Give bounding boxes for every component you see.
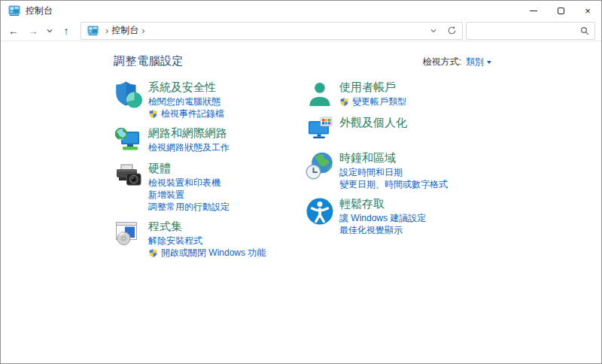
control-panel-home: 調整電腦設定 檢視方式: 類別	[1, 41, 601, 363]
page-title: 調整電腦設定	[114, 54, 184, 68]
search-box	[466, 22, 595, 40]
category-title-appearance-personalization[interactable]: 外觀及個人化	[339, 115, 407, 129]
task-link-view-devices-printers[interactable]: 檢視裝置和印表機	[148, 177, 220, 189]
navigation-toolbar: ← → ↑ › 控制台 ›	[1, 20, 601, 41]
category-title-network-internet[interactable]: 網路和網際網路	[148, 126, 227, 140]
task-link-turn-windows-features[interactable]: 開啟或關閉 Windows 功能	[161, 247, 266, 259]
title-bar: 控制台 ×	[1, 1, 601, 20]
task-link-change-account-type[interactable]: 變更帳戶類型	[352, 96, 406, 108]
close-button[interactable]: ×	[574, 1, 601, 20]
breadcrumb-separator: ›	[105, 26, 108, 35]
task-link-change-date-time-number-formats[interactable]: 變更日期、時間或數字格式	[339, 179, 448, 190]
category-title-system-security[interactable]: 系統及安全性	[148, 80, 216, 94]
appearance-personalization-icon[interactable]	[305, 115, 335, 145]
category-clock-region: 時鐘和區域 設定時間和日期 變更日期、時間或數字格式	[305, 150, 491, 191]
task-link-view-event-logs[interactable]: 檢視事件記錄檔	[161, 108, 224, 120]
task-link-adjust-mobility-settings[interactable]: 調整常用的行動設定	[148, 202, 230, 213]
system-security-icon[interactable]	[114, 80, 144, 110]
recent-locations-button[interactable]	[43, 22, 56, 40]
window-controls: ×	[520, 1, 601, 20]
refresh-button[interactable]	[442, 23, 461, 39]
category-title-ease-of-access[interactable]: 輕鬆存取	[339, 196, 385, 211]
user-accounts-icon[interactable]	[305, 80, 335, 110]
uac-shield-icon	[148, 248, 158, 258]
network-internet-icon[interactable]	[114, 126, 144, 156]
view-by-control: 檢視方式: 類別	[423, 56, 491, 68]
close-icon: ×	[585, 6, 591, 16]
category-hardware: 硬體 檢視裝置和印表機 新增裝置 調整常用的行動設定	[114, 161, 305, 214]
chevron-down-icon	[46, 27, 53, 35]
maximize-icon	[558, 8, 564, 14]
uac-shield-icon	[339, 97, 349, 107]
previous-locations-button[interactable]	[424, 23, 442, 39]
task-link-optimize-visual-display[interactable]: 最佳化視覺顯示	[339, 225, 403, 236]
window-title: 控制台	[26, 5, 53, 17]
task-link-uninstall-program[interactable]: 解除安裝程式	[148, 235, 202, 247]
up-button[interactable]: ↑	[56, 22, 76, 40]
back-button[interactable]: ←	[4, 22, 23, 40]
control-panel-icon	[8, 5, 20, 17]
ease-of-access-icon[interactable]	[305, 196, 335, 226]
task-link-set-time-date[interactable]: 設定時間和日期	[339, 167, 403, 178]
category-appearance-personalization: 外觀及個人化	[305, 115, 491, 145]
category-title-user-accounts[interactable]: 使用者帳戶	[339, 80, 396, 94]
category-user-accounts: 使用者帳戶 變更帳戶類型	[305, 80, 491, 110]
chevron-down-icon	[430, 27, 437, 35]
uac-shield-icon	[148, 109, 158, 119]
category-network-internet: 網路和網際網路 檢視網路狀態及工作	[114, 126, 305, 156]
category-title-hardware[interactable]: 硬體	[148, 161, 171, 175]
task-link-windows-suggest-settings[interactable]: 讓 Windows 建議設定	[339, 213, 426, 224]
control-panel-icon	[87, 25, 99, 36]
category-ease-of-access: 輕鬆存取 讓 Windows 建議設定 最佳化視覺顯示	[305, 196, 491, 237]
category-title-clock-region[interactable]: 時鐘和區域	[339, 150, 396, 165]
caret-down-icon	[487, 61, 491, 64]
task-link-add-device[interactable]: 新增裝置	[148, 190, 184, 201]
task-link-view-network-status[interactable]: 檢視網路狀態及工作	[148, 142, 230, 153]
breadcrumb-separator[interactable]: ›	[141, 26, 144, 35]
breadcrumb-control-panel[interactable]: 控制台	[111, 24, 138, 37]
control-panel-window: 控制台 × ← → ↑ › 控制台 ›	[0, 0, 602, 364]
address-bar[interactable]: › 控制台 ›	[81, 22, 463, 40]
minimize-button[interactable]	[520, 1, 547, 20]
clock-region-icon[interactable]	[305, 150, 335, 180]
programs-icon[interactable]	[114, 219, 144, 249]
view-by-dropdown[interactable]: 類別	[466, 56, 491, 68]
task-link-review-computer-status[interactable]: 檢閱您的電腦狀態	[148, 96, 220, 108]
category-title-programs[interactable]: 程式集	[148, 219, 182, 233]
category-system-security: 系統及安全性 檢閱您的電腦狀態 檢視事件記錄檔	[114, 80, 305, 120]
view-by-label: 檢視方式:	[423, 56, 461, 68]
minimize-icon	[530, 11, 537, 11]
category-programs: 程式集 解除安裝程式 開啟或關閉 Windows 功能	[114, 219, 305, 259]
search-icon	[580, 26, 589, 35]
forward-button[interactable]: →	[23, 22, 43, 40]
hardware-icon[interactable]	[114, 161, 144, 191]
maximize-button[interactable]	[547, 1, 574, 20]
refresh-icon	[447, 26, 457, 35]
search-input[interactable]	[472, 26, 580, 36]
